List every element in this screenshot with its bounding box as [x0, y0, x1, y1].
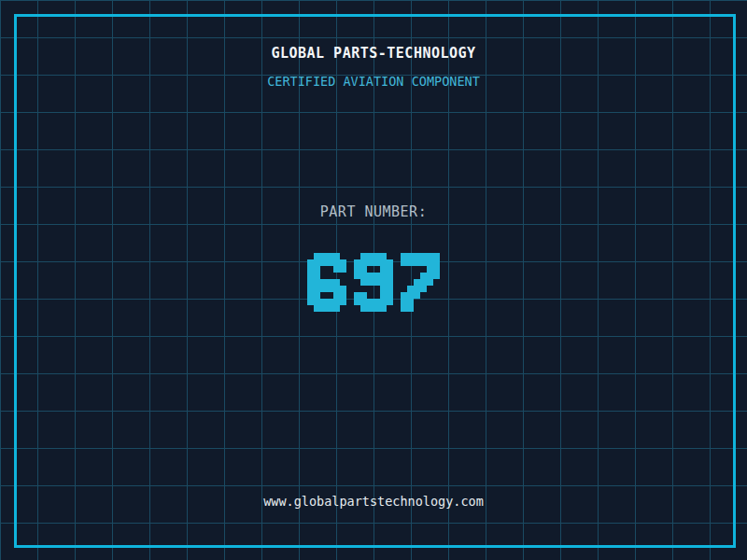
pixel-digit: [307, 253, 346, 312]
part-number-label: PART NUMBER:: [0, 205, 747, 219]
part-number-value: [0, 253, 747, 312]
pixel-digit: [354, 253, 393, 312]
certification-subtitle: CERTIFIED AVIATION COMPONENT: [0, 76, 747, 89]
website-url: www.globalpartstechnology.com: [0, 496, 747, 509]
company-title: GLOBAL PARTS-TECHNOLOGY: [0, 47, 747, 61]
certificate-screen: GLOBAL PARTS-TECHNOLOGY CERTIFIED AVIATI…: [0, 0, 747, 560]
pixel-digit: [401, 253, 440, 312]
